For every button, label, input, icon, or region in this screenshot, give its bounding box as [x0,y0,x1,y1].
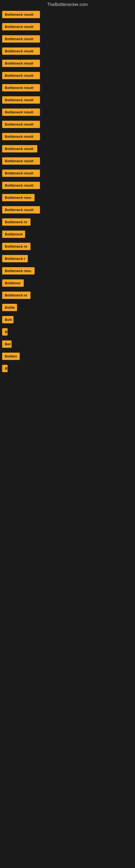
bottleneck-result-badge[interactable]: Bottleneck result [2,11,40,18]
list-item: Bot [0,339,135,350]
bottleneck-result-badge[interactable]: Bottleneck r [2,255,28,262]
bottleneck-result-badge[interactable]: Bottleneck result [2,157,40,165]
list-item: Bottleneck re [0,217,135,228]
bottleneck-result-badge[interactable]: Bottleneck result [2,133,40,140]
list-item: Bottleneck result [0,34,135,45]
list-item: Bottle [0,302,135,314]
bottleneck-result-badge[interactable]: Bot [2,340,12,348]
bottleneck-result-badge[interactable]: Bottleneck result [2,23,40,30]
list-item: Bottleneck result [0,58,135,70]
bottleneck-result-badge[interactable]: Bottleneck result [2,182,40,189]
list-item: Bottleneck result [0,107,135,119]
bottleneck-result-badge[interactable]: Bottleneck re [2,291,31,299]
list-item: Bottleneck result [0,131,135,143]
list-item: Bottleneck resu [0,266,135,277]
list-item: Bottleneck result [0,70,135,82]
bottleneck-result-badge[interactable]: Bottleneck result [2,145,37,152]
bottleneck-result-badge[interactable]: Bottleneck result [2,121,40,128]
list-item: Bottleneck [0,229,135,241]
list-item: Bottleneck result [0,46,135,58]
list-item: Bottleneck result [0,22,135,33]
list-item: Bottleneck resu [0,192,135,204]
list-item: B [0,363,135,375]
list-item: Bottlen [0,351,135,363]
bottleneck-result-badge[interactable]: Bottleneck result [2,108,40,116]
bottleneck-result-badge[interactable]: Bottleneck result [2,72,40,79]
bottleneck-result-badge[interactable]: Bottleneck result [2,84,40,91]
list-item: Bottleneck result [0,119,135,131]
site-title: TheBottlenecker.com [0,0,135,9]
list-item: Bottleneck re [0,290,135,302]
bottleneck-result-badge[interactable]: Bottlenec [2,279,24,287]
list-item: Bottleneck result [0,144,135,155]
bottleneck-result-badge[interactable]: Bott [2,316,13,323]
list-item: Bottleneck result [0,95,135,106]
bottleneck-result-badge[interactable]: Bottle [2,304,17,311]
bottleneck-result-badge[interactable]: B [2,365,8,372]
list-item: Bottleneck result [0,83,135,94]
bottleneck-result-badge[interactable]: Bottleneck result [2,206,40,214]
bottleneck-result-badge[interactable]: B [2,328,8,336]
list-item: Bottleneck r [0,253,135,265]
list-item: Bottleneck result [0,168,135,180]
bottleneck-result-badge[interactable]: Bottlen [2,352,20,360]
bottleneck-result-badge[interactable]: Bottleneck result [2,169,40,177]
list-item: Bottlenec [0,278,135,289]
list-item: B [0,327,135,338]
list-item: Bott [0,314,135,326]
bottleneck-result-badge[interactable]: Bottleneck re [2,243,31,250]
bottleneck-result-badge[interactable]: Bottleneck result [2,48,40,55]
bottleneck-result-badge[interactable]: Bottleneck [2,230,25,238]
bottleneck-result-badge[interactable]: Bottleneck result [2,96,40,104]
list-item: Bottleneck result [0,205,135,216]
bottleneck-result-badge[interactable]: Bottleneck result [2,35,40,42]
list-item: Bottleneck re [0,241,135,253]
list-item: Bottleneck result [0,9,135,21]
list-item: Bottleneck result [0,180,135,192]
bottleneck-result-badge[interactable]: Bottleneck result [2,60,40,67]
bottleneck-result-badge[interactable]: Bottleneck re [2,218,31,226]
bottleneck-result-badge[interactable]: Bottleneck resu [2,267,35,275]
list-item: Bottleneck result [0,156,135,167]
bottleneck-result-badge[interactable]: Bottleneck resu [2,194,35,201]
